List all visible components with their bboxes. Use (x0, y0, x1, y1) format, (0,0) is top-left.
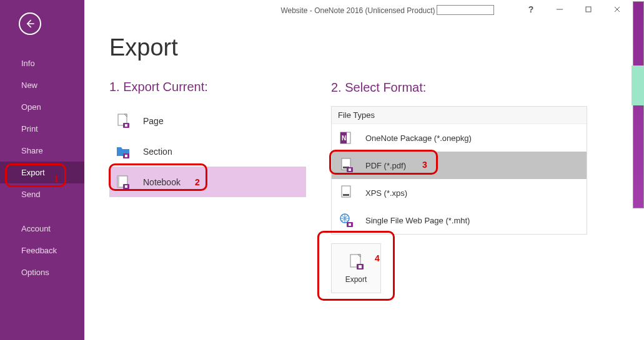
close-icon (613, 6, 621, 13)
export-current-column: Export 1. Export Current: Page Section (109, 34, 331, 293)
close-button[interactable] (603, 0, 632, 19)
svg-rect-1 (586, 7, 591, 12)
export-button[interactable]: Export (331, 243, 381, 293)
main-panel: Website - OneNote 2016 (Unlicensed Produ… (84, 0, 632, 340)
export-current-list: Page Section Notebook (109, 105, 331, 197)
sidebar-item-send[interactable]: Send (0, 183, 84, 205)
app-window: Info New Open Print Share Export Send Ac… (0, 0, 632, 340)
export-item-page[interactable]: Page (109, 105, 306, 136)
export-file-icon (347, 253, 365, 271)
format-item-label: XPS (*.xps) (365, 188, 407, 198)
svg-rect-10 (117, 176, 119, 187)
format-item-label: PDF (*.pdf) (365, 161, 406, 170)
svg-rect-12 (125, 185, 127, 188)
export-item-label: Notebook (143, 177, 181, 187)
maximize-button[interactable] (574, 0, 603, 19)
sidebar-item-options[interactable]: Options (0, 261, 84, 283)
format-item-label: OneNote Package (*.onepkg) (365, 134, 472, 143)
svg-text:N: N (342, 135, 346, 142)
right-edge-strip-2 (632, 66, 644, 105)
export-item-label: Page (143, 116, 164, 126)
sidebar-item-share[interactable]: Share (0, 140, 84, 162)
maximize-icon (585, 6, 592, 13)
svg-rect-21 (343, 194, 349, 196)
xps-icon (338, 184, 355, 202)
onenote-package-icon: N (338, 129, 355, 147)
pdf-icon (338, 157, 355, 174)
page-heading: Export (109, 34, 331, 61)
svg-rect-24 (349, 223, 351, 226)
format-item-label: Single File Web Page (*.mht) (365, 216, 470, 225)
export-item-section[interactable]: Section (109, 136, 306, 167)
format-item-onepkg[interactable]: N OneNote Package (*.onepkg) (332, 124, 587, 152)
export-item-notebook[interactable]: Notebook (109, 167, 306, 197)
minimize-button[interactable] (545, 0, 574, 19)
sidebar-item-print[interactable]: Print (0, 118, 84, 140)
help-button[interactable]: ? (517, 0, 545, 19)
format-item-pdf[interactable]: PDF (*.pdf) (332, 152, 587, 179)
file-types-header: File Types (332, 107, 587, 124)
page-icon (114, 112, 132, 130)
format-item-xps[interactable]: XPS (*.xps) (332, 179, 587, 206)
sidebar-item-export[interactable]: Export (0, 162, 84, 183)
back-button[interactable] (19, 12, 41, 35)
web-page-icon (338, 211, 355, 229)
section-icon (114, 143, 132, 160)
sidebar-item-new[interactable]: New (0, 74, 84, 96)
format-item-mht[interactable]: Single File Web Page (*.mht) (332, 206, 587, 234)
file-types-box: File Types N OneNote Package (*.onepkg) … (331, 106, 587, 235)
svg-rect-27 (359, 265, 362, 268)
svg-rect-6 (125, 124, 127, 127)
sidebar-item-open[interactable]: Open (0, 96, 84, 118)
export-button-label: Export (345, 275, 367, 284)
export-item-label: Section (143, 147, 172, 157)
sidebar-item-feedback[interactable]: Feedback (0, 240, 84, 261)
svg-rect-8 (125, 155, 127, 157)
sidebar-item-account[interactable]: Account (0, 218, 84, 240)
sidebar-item-info[interactable]: Info (0, 52, 84, 74)
window-controls: ? (84, 0, 632, 19)
minimize-icon (556, 6, 563, 13)
backstage-sidebar: Info New Open Print Share Export Send Ac… (0, 0, 84, 340)
arrow-left-icon (24, 17, 36, 30)
notebook-icon (114, 173, 132, 191)
step2-heading: 2. Select Format: (331, 80, 632, 95)
select-format-column: 2. Select Format: File Types N OneNote P… (331, 34, 632, 293)
step1-heading: 1. Export Current: (109, 80, 331, 94)
svg-rect-19 (349, 168, 351, 171)
content: Export 1. Export Current: Page Section (84, 0, 632, 293)
